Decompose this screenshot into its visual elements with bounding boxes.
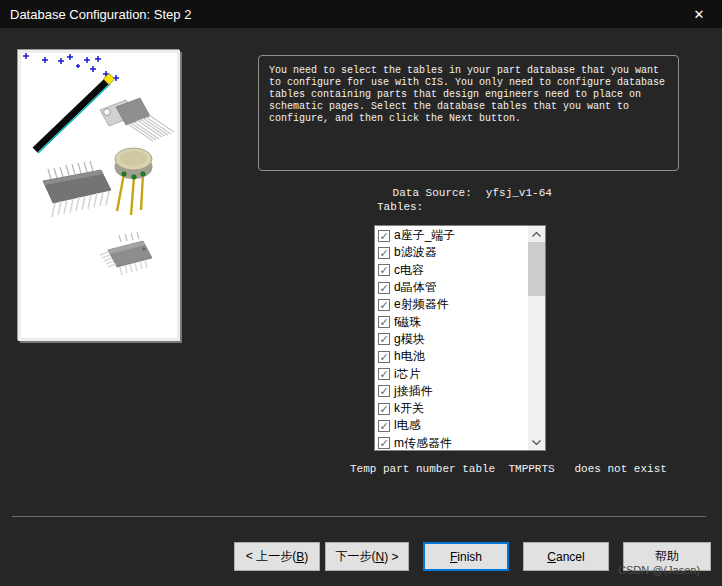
components-illustration (21, 53, 177, 338)
table-row-label: d晶体管 (394, 279, 437, 296)
checkbox-checked-icon[interactable] (378, 437, 390, 449)
table-row[interactable]: e射频器件 (375, 296, 528, 313)
table-row[interactable]: d晶体管 (375, 279, 528, 296)
next-button[interactable]: 下一步(N) > (325, 542, 409, 571)
table-row-label: g模块 (394, 331, 425, 348)
components-preview-panel (18, 50, 180, 341)
help-button[interactable]: 帮助 (623, 542, 711, 571)
checkbox-checked-icon[interactable] (378, 420, 390, 432)
table-row[interactable]: a座子_端子 (375, 227, 528, 244)
table-row[interactable]: k开关 (375, 400, 528, 417)
checkbox-checked-icon[interactable] (378, 333, 390, 345)
data-source-value: yfsj_v1-64 (486, 187, 552, 199)
button-row: < 上一步(B) 下一步(N) > Finish Cancel 帮助 (0, 542, 722, 571)
table-row[interactable]: c电容 (375, 262, 528, 279)
table-row-label: h电池 (394, 348, 425, 365)
checkbox-checked-icon[interactable] (378, 230, 390, 242)
checkbox-checked-icon[interactable] (378, 316, 390, 328)
plus-marks-icon (23, 53, 119, 81)
soic-ic-icon (100, 232, 152, 275)
table-row[interactable]: f磁珠 (375, 313, 528, 330)
checkbox-checked-icon[interactable] (378, 403, 390, 415)
table-row-label: k开关 (394, 400, 424, 417)
checkbox-checked-icon[interactable] (378, 247, 390, 259)
tables-label: Tables: (377, 201, 423, 213)
close-icon: ✕ (694, 7, 705, 22)
back-button[interactable]: < 上一步(B) (234, 542, 320, 571)
table-row-label: j接插件 (394, 383, 433, 400)
checkbox-checked-icon[interactable] (378, 264, 390, 276)
table-row-label: i芯片 (394, 366, 421, 383)
table-row[interactable]: m传感器件 (375, 435, 528, 450)
separator-line (12, 516, 706, 517)
data-source-label: Data Source: (393, 187, 472, 199)
titlebar: Database Configuration: Step 2 ✕ (0, 0, 722, 28)
scroll-down-button[interactable] (528, 434, 545, 450)
table-row[interactable]: l电感 (375, 417, 528, 434)
checkbox-checked-icon[interactable] (378, 368, 390, 380)
finish-button[interactable]: Finish (423, 542, 509, 571)
table-row-label: c电容 (394, 262, 424, 279)
table-row-label: m传感器件 (394, 435, 452, 450)
table-row[interactable]: j接插件 (375, 383, 528, 400)
dialog-window: Database Configuration: Step 2 ✕ (0, 0, 722, 586)
tables-list: a座子_端子 b滤波器 c电容 d晶体管 (375, 227, 528, 450)
table-row[interactable]: h电池 (375, 348, 528, 365)
checkbox-checked-icon[interactable] (378, 385, 390, 397)
table-row[interactable]: g模块 (375, 331, 528, 348)
metal-can-transistor-icon (115, 148, 153, 215)
chevron-up-icon (532, 232, 541, 237)
chevron-down-icon (532, 440, 541, 445)
cancel-button[interactable]: Cancel (523, 542, 609, 571)
window-title: Database Configuration: Step 2 (10, 7, 191, 22)
scrollbar-thumb[interactable] (528, 242, 545, 296)
table-row[interactable]: b滤波器 (375, 244, 528, 261)
vertical-scrollbar[interactable] (528, 226, 545, 450)
checkbox-checked-icon[interactable] (378, 282, 390, 294)
to220-transistor-icon (100, 98, 174, 141)
scroll-up-button[interactable] (528, 226, 545, 242)
dialog-content: You need to select the tables in your pa… (0, 28, 722, 586)
table-row-label: e射频器件 (394, 296, 449, 313)
tables-listbox[interactable]: a座子_端子 b滤波器 c电容 d晶体管 (374, 225, 546, 451)
table-row-label: b滤波器 (394, 244, 437, 261)
close-button[interactable]: ✕ (682, 0, 716, 28)
table-row-label: a座子_端子 (394, 227, 455, 244)
instruction-text: You need to select the tables in your pa… (258, 55, 679, 171)
table-row-label: l电感 (394, 417, 421, 434)
table-row-label: f磁珠 (394, 314, 421, 331)
checkbox-checked-icon[interactable] (378, 351, 390, 363)
table-row[interactable]: i芯片 (375, 365, 528, 382)
checkbox-checked-icon[interactable] (378, 299, 390, 311)
dip-ic-icon (43, 161, 111, 217)
temp-table-note: Temp part number table TMPPRTS does not … (350, 463, 667, 475)
